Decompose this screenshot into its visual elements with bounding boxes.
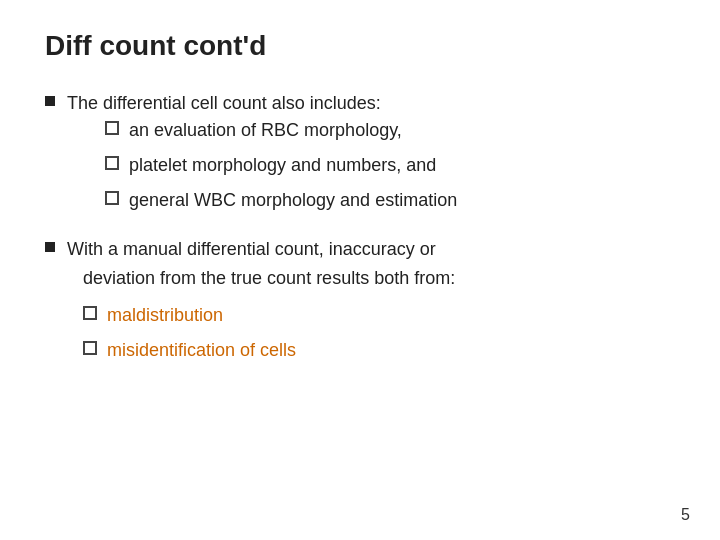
sub-item-4: maldistribution [83,302,675,329]
bullet-1-subitems: an evaluation of RBC morphology, platele… [105,117,457,214]
bullet-1-marker [45,96,55,106]
bullet-2-row: With a manual differential count, inaccu… [45,236,675,263]
bullet-2: With a manual differential count, inaccu… [45,236,675,372]
slide: Diff count cont'd The differential cell … [0,0,720,540]
sub-text-1: an evaluation of RBC morphology, [129,117,402,144]
sub-item-1: an evaluation of RBC morphology, [105,117,457,144]
bullet-2-text: With a manual differential count, inaccu… [67,236,436,263]
sub-bullet-1 [105,121,119,135]
sub-item-5: misidentification of cells [83,337,675,364]
sub-bullet-2 [105,156,119,170]
sub-item-3: general WBC morphology and estimation [105,187,457,214]
sub-item-2: platelet morphology and numbers, and [105,152,457,179]
sub-text-3: general WBC morphology and estimation [129,187,457,214]
sub-text-5: misidentification of cells [107,337,296,364]
bullet-1-text: The differential cell count also include… [67,90,457,117]
bullet-2-subitems: maldistribution misidentification of cel… [83,302,675,364]
slide-title: Diff count cont'd [45,30,675,62]
sub-text-2: platelet morphology and numbers, and [129,152,436,179]
slide-content: The differential cell count also include… [45,90,675,372]
page-number: 5 [681,506,690,524]
bullet-2-marker [45,242,55,252]
sub-text-4: maldistribution [107,302,223,329]
sub-bullet-4 [83,306,97,320]
sub-bullet-5 [83,341,97,355]
sub-bullet-3 [105,191,119,205]
bullet-1: The differential cell count also include… [45,90,675,222]
deviation-line: deviation from the true count results bo… [83,265,675,292]
